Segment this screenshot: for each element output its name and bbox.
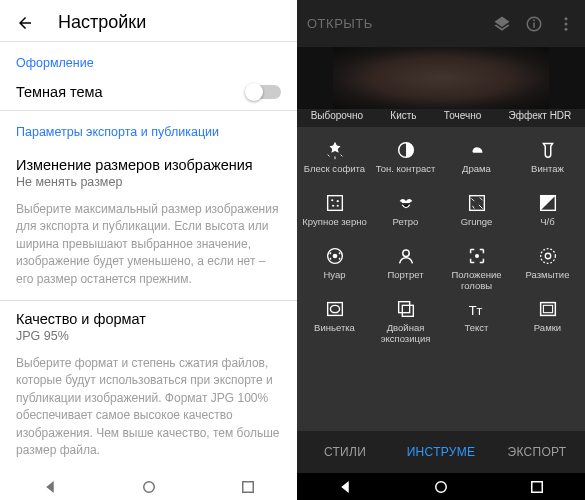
svg-point-17 [338, 252, 340, 254]
quality-item[interactable]: Качество и формат JPG 95% [0, 301, 297, 349]
tool-blur[interactable]: Размытие [512, 243, 583, 292]
resize-description: Выберите максимальный размер изображения… [0, 195, 297, 300]
settings-screen: Настройки Оформление Темная тема Парамет… [0, 0, 297, 473]
svg-rect-1 [533, 22, 535, 27]
svg-point-21 [474, 254, 478, 258]
blur-icon [535, 243, 561, 269]
tools-grid: Блеск софита Тон. контраст Драма Винтаж [297, 127, 585, 431]
svg-rect-7 [327, 196, 342, 211]
nav-home-icon[interactable] [139, 477, 159, 497]
settings-title: Настройки [58, 12, 146, 33]
more-icon[interactable] [557, 15, 575, 33]
tool-glamour[interactable]: Блеск софита [299, 137, 370, 186]
bw-icon [535, 190, 561, 216]
section-appearance: Оформление [0, 42, 297, 78]
nav-home-icon[interactable] [431, 477, 451, 497]
svg-point-23 [545, 253, 551, 259]
quality-description: Выберите формат и степень сжатия файлов,… [0, 349, 297, 471]
tab-styles[interactable]: СТИЛИ [297, 445, 393, 459]
svg-point-22 [540, 249, 555, 264]
noir-icon [322, 243, 348, 269]
tool-noir[interactable]: Нуар [299, 243, 370, 292]
svg-rect-27 [402, 305, 413, 316]
nav-back-icon[interactable] [40, 477, 60, 497]
svg-text:Tт: Tт [468, 303, 482, 318]
tool-headpose[interactable]: Положение головы [441, 243, 512, 292]
drama-icon [464, 137, 490, 163]
tool-tonal[interactable]: Тон. контраст [370, 137, 441, 186]
layers-icon[interactable] [493, 15, 511, 33]
svg-point-9 [336, 200, 338, 202]
tonal-icon [393, 137, 419, 163]
image-preview[interactable] [297, 47, 585, 109]
android-navbar-right [297, 473, 585, 500]
svg-point-31 [143, 481, 154, 492]
editor-bottom-tabs: СТИЛИ ИНСТРУМЕ ЭКСПОРТ [297, 431, 585, 473]
tab-export[interactable]: ЭКСПОРТ [489, 445, 585, 459]
editor-topbar: ОТКРЫТЬ [297, 0, 585, 47]
vintage-icon [535, 137, 561, 163]
tools-top-row-labels: Выборочно Кисть Точечно Эффект HDR [297, 109, 585, 127]
svg-rect-34 [532, 481, 543, 492]
svg-point-5 [565, 27, 568, 30]
double-icon [393, 296, 419, 322]
svg-point-3 [565, 17, 568, 20]
svg-point-25 [330, 305, 339, 312]
open-button[interactable]: ОТКРЫТЬ [307, 16, 373, 31]
svg-point-10 [332, 205, 334, 207]
info-icon[interactable] [525, 15, 543, 33]
glamour-icon [322, 137, 348, 163]
retro-icon [393, 190, 419, 216]
text-icon: Tт [464, 296, 490, 322]
vignette-icon [322, 296, 348, 322]
portrait-icon [393, 243, 419, 269]
tool-vignette[interactable]: Виньетка [299, 296, 370, 345]
tool-retro[interactable]: Ретро [370, 190, 441, 239]
svg-point-33 [436, 481, 447, 492]
resize-item[interactable]: Изменение размеров изображения Не менять… [0, 147, 297, 195]
svg-point-8 [331, 199, 333, 201]
svg-point-18 [329, 258, 331, 260]
svg-point-2 [533, 19, 535, 21]
tool-grunge[interactable]: Grunge [441, 190, 512, 239]
svg-point-4 [565, 22, 568, 25]
tool-text[interactable]: Tт Текст [441, 296, 512, 345]
android-navbar-left [0, 473, 297, 500]
svg-rect-26 [398, 302, 409, 313]
tab-tools[interactable]: ИНСТРУМЕ [393, 445, 489, 459]
grain-icon [322, 190, 348, 216]
svg-rect-32 [242, 481, 253, 492]
svg-point-19 [338, 258, 340, 260]
nav-recent-icon[interactable] [527, 477, 547, 497]
tool-vintage[interactable]: Винтаж [512, 137, 583, 186]
svg-rect-30 [543, 305, 552, 312]
back-icon[interactable] [16, 14, 34, 32]
section-export: Параметры экспорта и публикации [0, 111, 297, 147]
tool-grain[interactable]: Крупное зерно [299, 190, 370, 239]
svg-point-15 [332, 254, 337, 259]
frames-icon [535, 296, 561, 322]
svg-point-16 [329, 252, 331, 254]
svg-point-20 [402, 250, 408, 256]
nav-recent-icon[interactable] [238, 477, 258, 497]
tool-drama[interactable]: Драма [441, 137, 512, 186]
tool-double-exposure[interactable]: Двойная экспозиция [370, 296, 441, 345]
tool-portrait[interactable]: Портрет [370, 243, 441, 292]
headpose-icon [464, 243, 490, 269]
grunge-icon [464, 190, 490, 216]
dark-theme-toggle[interactable] [247, 85, 281, 99]
tool-frames[interactable]: Рамки [512, 296, 583, 345]
dark-theme-row[interactable]: Темная тема [0, 78, 297, 110]
tool-bw[interactable]: Ч/б [512, 190, 583, 239]
editor-screen: ОТКРЫТЬ Выборочно Кисть Точечно Эффект H… [297, 0, 585, 473]
svg-point-11 [336, 205, 338, 207]
dark-theme-label: Темная тема [16, 84, 103, 100]
nav-back-icon[interactable] [335, 477, 355, 497]
